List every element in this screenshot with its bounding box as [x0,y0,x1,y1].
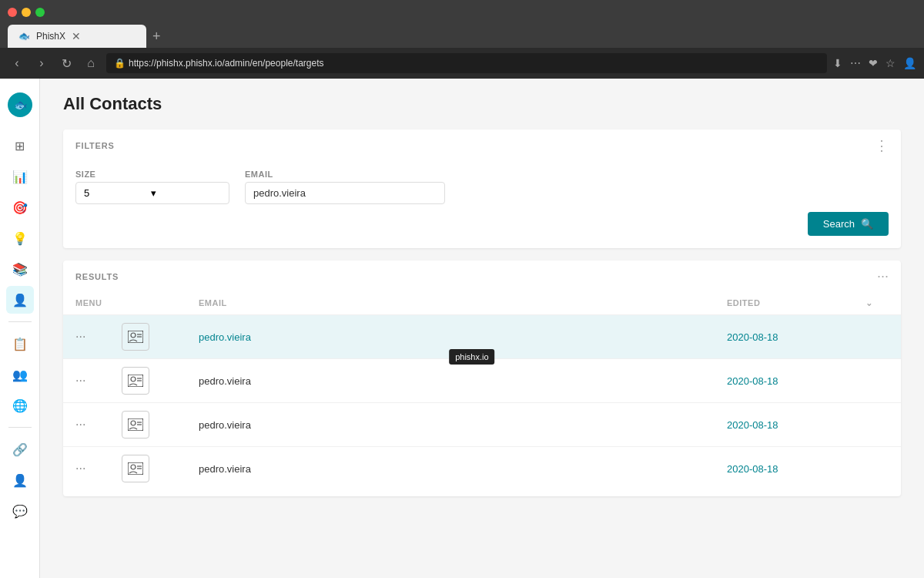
email-text-4: pedro.vieira [199,463,251,475]
results-table: MENU EMAIL EDITED ⌄ ··· [63,292,901,496]
integrations-icon: 🔗 [12,442,28,457]
email-input[interactable] [245,182,445,204]
sidebar-logo: 🐟 [6,86,34,129]
reload-button[interactable]: ↻ [57,56,75,71]
sidebar: 🐟 ⊞ 📊 🎯 💡 📚 👤 📋 [0,79,40,578]
contact-card-icon [128,418,143,431]
contacts-icon: 👤 [12,293,28,307]
browser-titlebar [0,0,924,25]
campaigns-icon: 📊 [12,170,28,184]
tab-close-button[interactable]: ✕ [72,30,81,42]
chat-icon: 💬 [12,504,28,519]
home-button[interactable]: ⌂ [82,56,100,70]
col-menu: MENU [75,298,122,308]
results-section: RESULTS ··· MENU EMAIL EDITED ⌄ [63,260,901,496]
table-row: ··· pedro.vieira [63,402,901,446]
results-more-button[interactable]: ··· [877,268,889,284]
contact-card-icon [128,331,143,343]
sort-icon[interactable]: ⌄ [865,298,873,307]
date-cell-3: 2020-08-18 [727,419,865,431]
tab-favicon: 🐟 [18,31,30,42]
url-bar[interactable]: 🔒 https://phishx.phishx.io/admin/en/peop… [106,53,827,73]
row-menu-button-4[interactable]: ··· [75,462,122,476]
sidebar-item-campaigns[interactable]: 📊 [6,163,34,190]
email-text-2: pedro.vieira [199,375,251,387]
row-contact-icon-2[interactable] [122,367,149,395]
forward-button[interactable]: › [32,56,51,70]
email-cell-3: pedro.vieira [199,419,727,431]
col-email: EMAIL [199,298,727,308]
table-row: ··· pedro.vieira p [63,314,901,358]
svg-point-7 [131,377,136,381]
sidebar-item-integrations[interactable]: 🔗 [6,435,34,463]
row-menu-button-3[interactable]: ··· [75,418,122,432]
dashboard-icon: ⊞ [15,139,25,153]
email-filter-group: EMAIL [245,170,445,204]
svg-point-11 [131,421,136,425]
sidebar-item-chat[interactable]: 💬 [6,497,34,525]
sidebar-item-library[interactable]: 📚 [6,255,34,283]
sidebar-item-contacts[interactable]: 👤 [6,286,34,314]
sidebar-item-dashboard[interactable]: ⊞ [6,132,34,160]
sidebar-item-teams[interactable]: 👥 [6,361,34,388]
sidebar-item-settings[interactable]: 👤 [6,466,34,494]
lock-icon: 🔒 [114,58,126,69]
search-button[interactable]: Search 🔍 [808,212,889,236]
row-contact-icon-1[interactable] [122,323,149,351]
new-tab-button[interactable]: + [149,25,164,48]
app-container: 🐟 ⊞ 📊 🎯 💡 📚 👤 📋 [0,79,924,578]
row-contact-icon-4[interactable] [122,455,149,482]
svg-text:🐟: 🐟 [13,99,27,112]
search-icon: 🔍 [861,218,873,230]
results-header: RESULTS ··· [63,260,901,292]
filters-more-button[interactable]: ⋮ [875,137,889,154]
pocket-icon[interactable]: ❤ [869,57,878,69]
svg-point-3 [131,333,136,338]
active-tab[interactable]: 🐟 PhishX ✕ [8,25,146,48]
domains-icon: 🌐 [12,398,28,413]
bookmark-icon[interactable]: ⋯ [850,57,861,69]
date-cell-4: 2020-08-18 [727,463,865,475]
table-header: MENU EMAIL EDITED ⌄ [63,292,901,314]
col-icon [122,298,199,308]
sidebar-item-reports[interactable]: 📋 [6,330,34,358]
tab-title: PhishX [36,31,65,42]
svg-point-15 [131,465,136,469]
address-bar: ‹ › ↻ ⌂ 🔒 https://phishx.phishx.io/admin… [0,48,924,79]
reports-icon: 📋 [12,337,28,351]
main-content: All Contacts FILTERS ⋮ SIZE 5 ▾ [40,79,924,578]
col-sort: ⌄ [865,298,889,308]
size-select[interactable]: 5 ▾ [75,182,229,204]
url-text: https://phishx.phishx.io/admin/en/people… [129,58,324,69]
email-tooltip-1: phishx.io [449,349,494,365]
email-text-3: pedro.vieira [199,419,251,431]
filters-label: FILTERS [75,141,115,150]
settings-icon: 👤 [12,473,28,488]
results-label: RESULTS [75,272,119,281]
email-label: EMAIL [245,170,445,179]
table-row: ··· pedro.vieira [63,358,901,402]
phishing-icon: 🎯 [12,200,28,215]
extensions-icon[interactable]: ⬇ [833,57,842,69]
star-icon[interactable]: ☆ [886,57,896,69]
minimize-button[interactable] [22,8,31,17]
row-contact-icon-3[interactable] [122,411,149,439]
col-edited: EDITED [727,298,865,308]
page-title: All Contacts [63,94,901,114]
filters-body: SIZE 5 ▾ EMAIL Search [63,162,901,248]
chevron-down-icon: ▾ [151,187,156,199]
sidebar-item-domains[interactable]: 🌐 [6,391,34,419]
back-button[interactable]: ‹ [8,56,26,70]
sidebar-item-phishing[interactable]: 🎯 [6,193,34,221]
row-menu-button-1[interactable]: ··· [75,330,122,344]
row-menu-button-2[interactable]: ··· [75,374,122,388]
user-profile-icon[interactable]: 👤 [903,57,916,69]
email-cell-4: pedro.vieira [199,463,727,475]
close-button[interactable] [8,8,17,17]
maximize-button[interactable] [35,8,45,17]
phishx-logo[interactable]: 🐟 [6,91,34,119]
contact-card-icon [128,462,143,475]
sidebar-item-awareness[interactable]: 💡 [6,224,34,252]
email-link-1[interactable]: pedro.vieira [199,331,251,343]
table-row: ··· pedro.vieira [63,446,901,490]
